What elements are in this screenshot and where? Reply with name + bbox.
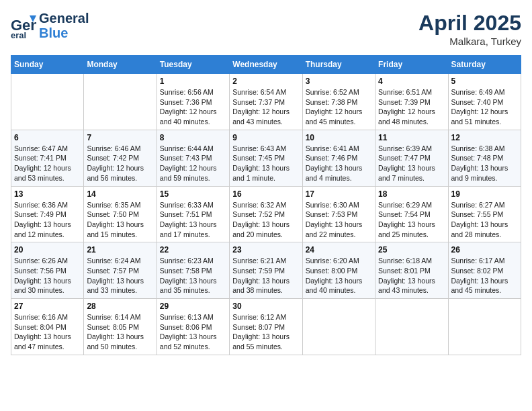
day-info: Sunrise: 6:36 AMSunset: 7:49 PMDaylight:… <box>14 200 81 240</box>
day-number: 14 <box>87 189 153 199</box>
day-info: Sunrise: 6:27 AMSunset: 7:55 PMDaylight:… <box>451 200 518 240</box>
calendar-cell: 29Sunrise: 6:13 AMSunset: 8:06 PMDayligh… <box>157 299 229 355</box>
day-info: Sunrise: 6:43 AMSunset: 7:45 PMDaylight:… <box>232 144 299 183</box>
day-number: 19 <box>451 189 518 199</box>
day-number: 4 <box>378 77 445 86</box>
weekday-header: Wednesday <box>230 56 302 74</box>
day-number: 2 <box>232 77 299 86</box>
calendar-week-row: 6Sunrise: 6:47 AMSunset: 7:41 PMDaylight… <box>11 130 521 186</box>
calendar-cell: 3Sunrise: 6:52 AMSunset: 7:38 PMDaylight… <box>302 74 375 130</box>
logo-line1: General <box>39 11 89 26</box>
calendar-cell: 22Sunrise: 6:23 AMSunset: 7:58 PMDayligh… <box>157 242 229 299</box>
calendar-cell: 12Sunrise: 6:38 AMSunset: 7:48 PMDayligh… <box>448 130 521 186</box>
calendar-cell: 17Sunrise: 6:30 AMSunset: 7:53 PMDayligh… <box>302 186 375 242</box>
calendar-cell <box>302 299 375 355</box>
calendar-cell: 30Sunrise: 6:12 AMSunset: 8:07 PMDayligh… <box>230 299 302 355</box>
day-number: 25 <box>378 245 445 255</box>
calendar-cell: 2Sunrise: 6:54 AMSunset: 7:37 PMDaylight… <box>230 74 302 130</box>
day-info: Sunrise: 6:17 AMSunset: 8:02 PMDaylight:… <box>451 256 518 295</box>
calendar-cell: 26Sunrise: 6:17 AMSunset: 8:02 PMDayligh… <box>448 242 521 299</box>
calendar-table: SundayMondayTuesdayWednesdayThursdayFrid… <box>11 55 521 355</box>
calendar-cell: 24Sunrise: 6:20 AMSunset: 8:00 PMDayligh… <box>302 242 375 299</box>
day-number: 5 <box>451 77 518 86</box>
day-number: 30 <box>232 302 299 311</box>
calendar-cell: 14Sunrise: 6:35 AMSunset: 7:50 PMDayligh… <box>84 186 157 242</box>
day-info: Sunrise: 6:46 AMSunset: 7:42 PMDaylight:… <box>87 144 153 183</box>
calendar-week-row: 13Sunrise: 6:36 AMSunset: 7:49 PMDayligh… <box>11 186 521 242</box>
day-number: 22 <box>160 245 226 255</box>
day-info: Sunrise: 6:30 AMSunset: 7:53 PMDaylight:… <box>306 200 372 240</box>
calendar-cell: 28Sunrise: 6:14 AMSunset: 8:05 PMDayligh… <box>84 299 157 355</box>
day-number: 13 <box>14 189 81 199</box>
day-number: 7 <box>87 133 153 142</box>
day-number: 6 <box>14 133 81 142</box>
day-info: Sunrise: 6:47 AMSunset: 7:41 PMDaylight:… <box>14 144 81 183</box>
weekday-header: Thursday <box>302 56 375 74</box>
weekday-header: Sunday <box>11 56 84 74</box>
weekday-header: Monday <box>84 56 157 74</box>
calendar-cell: 8Sunrise: 6:44 AMSunset: 7:43 PMDaylight… <box>157 130 229 186</box>
title-block: April 2025 Malkara, Turkey <box>418 11 521 47</box>
calendar-cell: 23Sunrise: 6:21 AMSunset: 7:59 PMDayligh… <box>230 242 302 299</box>
day-info: Sunrise: 6:44 AMSunset: 7:43 PMDaylight:… <box>160 144 226 183</box>
calendar-cell: 5Sunrise: 6:49 AMSunset: 7:40 PMDaylight… <box>448 74 521 130</box>
calendar-cell: 27Sunrise: 6:16 AMSunset: 8:04 PMDayligh… <box>11 299 84 355</box>
calendar-cell: 25Sunrise: 6:18 AMSunset: 8:01 PMDayligh… <box>375 242 448 299</box>
day-number: 24 <box>306 245 372 255</box>
calendar-location: Malkara, Turkey <box>418 36 521 47</box>
day-number: 15 <box>160 189 226 199</box>
day-number: 12 <box>451 133 518 142</box>
day-info: Sunrise: 6:21 AMSunset: 7:59 PMDaylight:… <box>232 256 299 295</box>
day-info: Sunrise: 6:24 AMSunset: 7:57 PMDaylight:… <box>87 256 153 295</box>
calendar-week-row: 1Sunrise: 6:56 AMSunset: 7:36 PMDaylight… <box>11 74 521 130</box>
day-number: 8 <box>160 133 226 142</box>
calendar-header-row: SundayMondayTuesdayWednesdayThursdayFrid… <box>11 56 521 74</box>
day-number: 20 <box>14 245 81 255</box>
svg-text:eral: eral <box>11 30 26 38</box>
calendar-cell: 10Sunrise: 6:41 AMSunset: 7:46 PMDayligh… <box>302 130 375 186</box>
calendar-cell: 6Sunrise: 6:47 AMSunset: 7:41 PMDaylight… <box>11 130 84 186</box>
day-number: 26 <box>451 245 518 255</box>
calendar-title: April 2025 <box>418 11 521 36</box>
day-info: Sunrise: 6:56 AMSunset: 7:36 PMDaylight:… <box>160 87 226 127</box>
calendar-cell: 18Sunrise: 6:29 AMSunset: 7:54 PMDayligh… <box>375 186 448 242</box>
page-header: Gen eral General Blue April 2025 Malkara… <box>11 11 521 47</box>
day-number: 16 <box>232 189 299 199</box>
day-number: 28 <box>87 302 153 311</box>
calendar-cell: 7Sunrise: 6:46 AMSunset: 7:42 PMDaylight… <box>84 130 157 186</box>
calendar-week-row: 27Sunrise: 6:16 AMSunset: 8:04 PMDayligh… <box>11 299 521 355</box>
calendar-cell: 1Sunrise: 6:56 AMSunset: 7:36 PMDaylight… <box>157 74 229 130</box>
day-number: 3 <box>306 77 372 86</box>
day-info: Sunrise: 6:51 AMSunset: 7:39 PMDaylight:… <box>378 87 445 127</box>
day-info: Sunrise: 6:35 AMSunset: 7:50 PMDaylight:… <box>87 200 153 240</box>
day-info: Sunrise: 6:14 AMSunset: 8:05 PMDaylight:… <box>87 312 153 352</box>
day-number: 11 <box>378 133 445 142</box>
day-number: 17 <box>306 189 372 199</box>
calendar-cell <box>375 299 448 355</box>
weekday-header: Friday <box>375 56 448 74</box>
logo-line2: Blue <box>39 26 89 40</box>
calendar-week-row: 20Sunrise: 6:26 AMSunset: 7:56 PMDayligh… <box>11 242 521 299</box>
day-info: Sunrise: 6:12 AMSunset: 8:07 PMDaylight:… <box>232 312 299 352</box>
day-number: 23 <box>232 245 299 255</box>
day-number: 10 <box>306 133 372 142</box>
day-info: Sunrise: 6:54 AMSunset: 7:37 PMDaylight:… <box>232 87 299 127</box>
day-info: Sunrise: 6:38 AMSunset: 7:48 PMDaylight:… <box>451 144 518 183</box>
day-info: Sunrise: 6:32 AMSunset: 7:52 PMDaylight:… <box>232 200 299 240</box>
day-number: 9 <box>232 133 299 142</box>
day-info: Sunrise: 6:13 AMSunset: 8:06 PMDaylight:… <box>160 312 226 352</box>
logo: Gen eral General Blue <box>11 11 89 40</box>
day-info: Sunrise: 6:26 AMSunset: 7:56 PMDaylight:… <box>14 256 81 295</box>
calendar-cell: 21Sunrise: 6:24 AMSunset: 7:57 PMDayligh… <box>84 242 157 299</box>
calendar-cell: 4Sunrise: 6:51 AMSunset: 7:39 PMDaylight… <box>375 74 448 130</box>
calendar-cell <box>84 74 157 130</box>
calendar-cell: 15Sunrise: 6:33 AMSunset: 7:51 PMDayligh… <box>157 186 229 242</box>
day-info: Sunrise: 6:52 AMSunset: 7:38 PMDaylight:… <box>306 87 372 127</box>
day-info: Sunrise: 6:18 AMSunset: 8:01 PMDaylight:… <box>378 256 445 295</box>
calendar-cell: 16Sunrise: 6:32 AMSunset: 7:52 PMDayligh… <box>230 186 302 242</box>
day-number: 1 <box>160 77 226 86</box>
day-info: Sunrise: 6:49 AMSunset: 7:40 PMDaylight:… <box>451 87 518 127</box>
day-info: Sunrise: 6:23 AMSunset: 7:58 PMDaylight:… <box>160 256 226 295</box>
day-info: Sunrise: 6:39 AMSunset: 7:47 PMDaylight:… <box>378 144 445 183</box>
day-number: 29 <box>160 302 226 311</box>
